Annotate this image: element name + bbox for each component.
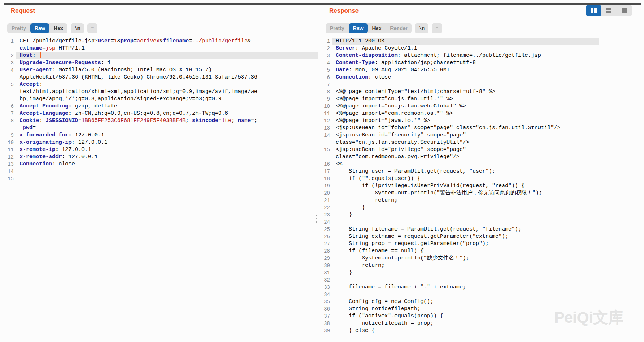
response-view-tabs: PrettyRawHexRender — [326, 23, 412, 33]
line-number: 4 — [3, 67, 16, 74]
code-text: pwd= — [16, 124, 318, 132]
request-view-tabs: PrettyRawHex — [7, 23, 67, 33]
line-number: 34 — [319, 291, 332, 298]
line-number — [319, 153, 332, 161]
code-text: } — [332, 204, 599, 211]
line-number: 38 — [319, 320, 332, 327]
line-number: 29 — [319, 255, 332, 262]
hamburger-menu-icon: ≡ — [91, 25, 94, 31]
columns-layout-icon — [591, 8, 597, 13]
line-number: 18 — [319, 175, 332, 182]
layout-toggle-group — [586, 5, 632, 16]
tab-hex[interactable]: Hex — [49, 23, 67, 33]
code-text: <%@page import="cn.js.fan.web.Global" %> — [332, 103, 599, 110]
code-row: 34 — [319, 291, 599, 298]
tab-raw[interactable]: Raw — [30, 23, 50, 33]
code-row: 33 filename = filename + "." + extname; — [319, 284, 599, 291]
request-menu-button[interactable]: ≡ — [87, 23, 97, 33]
tab-render[interactable]: Render — [386, 23, 412, 33]
code-text — [16, 168, 318, 175]
line-number: 32 — [319, 276, 332, 284]
request-tab-bar: PrettyRawHex \n ≡ — [7, 23, 97, 33]
rows-layout-icon — [606, 8, 611, 13]
code-text: Accept: — [16, 81, 318, 88]
code-text: Server: Apache-Coyote/1.1 — [332, 45, 599, 52]
code-text: String filename = ParamUtil.get(request,… — [332, 226, 599, 233]
code-text: } — [332, 211, 599, 219]
response-menu-button[interactable]: ≡ — [432, 23, 442, 33]
tab-raw[interactable]: Raw — [349, 23, 368, 33]
line-number: 3 — [3, 59, 16, 67]
line-number: 25 — [319, 226, 332, 233]
code-text: GET /public/getfile.jsp?user=1&prop=acti… — [16, 38, 318, 45]
line-number: 1 — [319, 38, 332, 45]
layout-split-columns-button[interactable] — [586, 5, 601, 16]
code-text: Cookie: JSESSIONID=1BB65FE253C6F681FE249… — [16, 117, 318, 124]
line-number — [3, 96, 16, 103]
code-text: if (!privilege.isUserPrivValid(request, … — [332, 182, 599, 190]
code-row: 31 } — [319, 269, 599, 276]
code-row: AppleWebKit/537.36 (KHTML, like Gecko) C… — [3, 74, 318, 81]
code-row: 2Host: — [3, 52, 318, 59]
line-number: 39 — [319, 327, 332, 334]
code-text — [332, 276, 599, 284]
code-row: 30 return; — [319, 262, 599, 269]
code-row: 14<jsp:useBean id="fsecurity" scope="pag… — [319, 132, 599, 139]
line-number: 7 — [319, 81, 332, 88]
code-text: Host: — [16, 52, 318, 59]
hamburger-menu-icon: ≡ — [435, 25, 438, 31]
response-newline-toggle-button[interactable]: \n — [415, 23, 428, 33]
code-row: 39 } else { — [319, 327, 599, 334]
code-text: return; — [332, 197, 599, 204]
line-number: 21 — [319, 197, 332, 204]
code-text: String user = ParamUtil.get(request, "us… — [332, 168, 599, 175]
top-divider-bar — [4, 3, 641, 5]
line-number: 36 — [319, 305, 332, 313]
response-editor[interactable]: 1HTTP/1.1 200 OK2Server: Apache-Coyote/1… — [319, 38, 599, 336]
tab-pretty[interactable]: Pretty — [7, 23, 30, 33]
code-row: 15<jsp:useBean id="privilege" scope="pag… — [319, 146, 599, 153]
code-row: 9x-forwarded-for: 127.0.0.1 — [3, 132, 318, 139]
line-number: 2 — [3, 52, 16, 59]
code-text: <jsp:useBean id="fchar" scope="page" cla… — [332, 124, 599, 132]
line-number: 13 — [3, 161, 16, 168]
tab-pretty[interactable]: Pretty — [326, 23, 349, 33]
line-number: 1 — [3, 38, 16, 45]
panel-divider-grip[interactable] — [316, 215, 317, 223]
code-text: System.out.println("缺少文件名！"); — [332, 255, 599, 262]
tab-hex[interactable]: Hex — [368, 23, 386, 33]
code-text: Content-disposition: attachment; filenam… — [332, 52, 599, 59]
code-row: 7 — [319, 81, 599, 88]
code-row: pwd= — [3, 124, 318, 132]
code-row: 3Upgrade-Insecure-Requests: 1 — [3, 59, 318, 67]
code-row: 25 String filename = ParamUtil.get(reque… — [319, 226, 599, 233]
code-text: String extname = request.getParameter("e… — [332, 233, 599, 240]
line-number: 13 — [319, 124, 332, 132]
layout-single-pane-button[interactable] — [617, 5, 632, 16]
code-text: User-Agent: Mozilla/5.0 (Macintosh; Inte… — [16, 67, 318, 74]
code-row: 27 String prop = request.getParameter("p… — [319, 240, 599, 248]
code-text: <%@page import="cn.js.fan.util.*" %> — [332, 96, 599, 103]
request-editor[interactable]: 1GET /public/getfile.jsp?user=1&prop=act… — [3, 38, 318, 327]
code-row: 23 } — [319, 211, 599, 219]
code-text: x-forwarded-for: 127.0.0.1 — [16, 132, 318, 139]
line-number: 14 — [319, 132, 332, 139]
line-number: 35 — [319, 298, 332, 305]
code-row: 1HTTP/1.1 200 OK — [319, 38, 599, 45]
request-newline-toggle-button[interactable]: \n — [71, 23, 84, 33]
code-row: class="com.redmoon.oa.pvg.Privilege"/> — [319, 153, 599, 161]
line-number: 30 — [319, 262, 332, 269]
layout-split-rows-button[interactable] — [601, 5, 617, 16]
code-text: String prop = request.getParameter("prop… — [332, 240, 599, 248]
code-row: 5Date: Mon, 09 Aug 2021 04:26:55 GMT — [319, 67, 599, 74]
line-number: 11 — [319, 110, 332, 117]
code-row: 16<% — [319, 161, 599, 168]
code-text: return; — [332, 262, 599, 269]
code-row: bp,image/apng,*/*;q=0.8,application/sign… — [3, 96, 318, 103]
line-number: 5 — [3, 81, 16, 88]
code-text: <jsp:useBean id="privilege" scope="page" — [332, 146, 599, 153]
line-number — [3, 88, 16, 96]
code-row: 24 — [319, 219, 599, 226]
code-text: Connection: close — [16, 161, 318, 168]
code-row: 18 if ("".equals(user)) { — [319, 175, 599, 182]
